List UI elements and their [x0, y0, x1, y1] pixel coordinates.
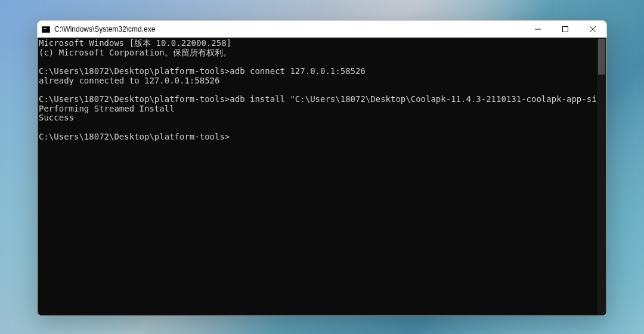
terminal-line: C:\Users\18072\Desktop\platform-tools>ad… — [39, 95, 597, 104]
maximize-button[interactable] — [552, 21, 579, 38]
terminal-line: Performing Streamed Install — [39, 104, 597, 114]
terminal-line: already connected to 127.0.0.1:58526 — [39, 76, 597, 86]
cmd-window: C:\Windows\System32\cmd.exe Microsoft Wi — [37, 20, 607, 316]
svg-rect-1 — [563, 27, 568, 32]
terminal-line — [39, 57, 597, 67]
window-controls — [524, 21, 606, 38]
scrollbar-track[interactable] — [597, 38, 606, 316]
minimize-icon — [535, 26, 541, 32]
terminal-line: Microsoft Windows [版本 10.0.22000.258] — [39, 39, 597, 48]
window-title: C:\Windows\System32\cmd.exe — [54, 25, 524, 33]
terminal-line: C:\Users\18072\Desktop\platform-tools> — [39, 132, 597, 142]
cmd-icon — [41, 24, 51, 34]
terminal-line — [39, 85, 597, 95]
minimize-button[interactable] — [524, 21, 552, 38]
scrollbar-thumb[interactable] — [598, 39, 605, 75]
close-button[interactable] — [579, 21, 606, 38]
terminal-container: Microsoft Windows [版本 10.0.22000.258](c)… — [38, 38, 606, 316]
terminal-line: (c) Microsoft Corporation。保留所有权利。 — [39, 48, 597, 58]
terminal-line: C:\Users\18072\Desktop\platform-tools>ad… — [39, 67, 597, 76]
terminal-output[interactable]: Microsoft Windows [版本 10.0.22000.258](c)… — [38, 38, 597, 316]
maximize-icon — [562, 26, 568, 32]
terminal-line: Success — [39, 113, 597, 123]
terminal-line — [39, 123, 597, 132]
close-icon — [590, 26, 596, 32]
titlebar[interactable]: C:\Windows\System32\cmd.exe — [38, 21, 606, 38]
